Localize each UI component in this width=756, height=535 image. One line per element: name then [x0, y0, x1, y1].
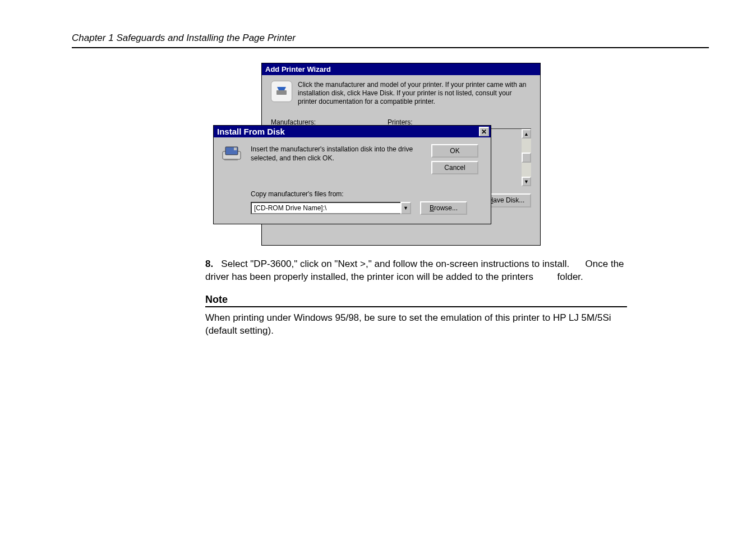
scrollbar[interactable]: ▲ ▼	[522, 129, 531, 186]
header-rule	[72, 47, 709, 48]
wizard-titlebar: Add Printer Wizard	[262, 63, 540, 75]
svg-rect-0	[276, 90, 287, 95]
browse-button[interactable]: Browse...	[420, 201, 467, 215]
chapter-heading: Chapter 1 Safeguards and Installing the …	[72, 33, 709, 44]
path-input[interactable]	[251, 202, 400, 214]
wizard-instruction-text: Click the manufacturer and model of your…	[298, 81, 531, 106]
svg-rect-4	[224, 159, 238, 160]
path-combobox[interactable]: ▼	[251, 202, 411, 214]
step-8-text: 8. Select "DP-3600," click on "Next >," …	[205, 258, 627, 284]
chevron-down-icon[interactable]: ▼	[400, 202, 411, 214]
printer-icon	[271, 81, 292, 102]
close-icon[interactable]: ✕	[479, 127, 489, 136]
scroll-up-icon[interactable]: ▲	[522, 129, 531, 139]
svg-rect-3	[234, 147, 237, 150]
add-printer-wizard-window: Add Printer Wizard Click the manufacture…	[261, 63, 541, 246]
floppy-disk-icon	[220, 144, 245, 165]
ok-button[interactable]: OK	[431, 144, 478, 158]
note-body: When printing under Windows 95/98, be su…	[205, 312, 627, 338]
note-heading: Note	[205, 294, 627, 307]
cancel-button[interactable]: Cancel	[431, 161, 478, 174]
scroll-down-icon[interactable]: ▼	[522, 177, 531, 186]
ifd-instruction-text: Insert the manufacturer's installation d…	[251, 144, 427, 163]
copy-from-label: Copy manufacturer's files from:	[251, 190, 427, 198]
install-from-disk-dialog: Install From Disk ✕	[213, 125, 491, 224]
ifd-titlebar: Install From Disk ✕	[214, 126, 491, 137]
scroll-thumb[interactable]	[522, 153, 531, 163]
ifd-title: Install From Disk	[217, 127, 285, 136]
